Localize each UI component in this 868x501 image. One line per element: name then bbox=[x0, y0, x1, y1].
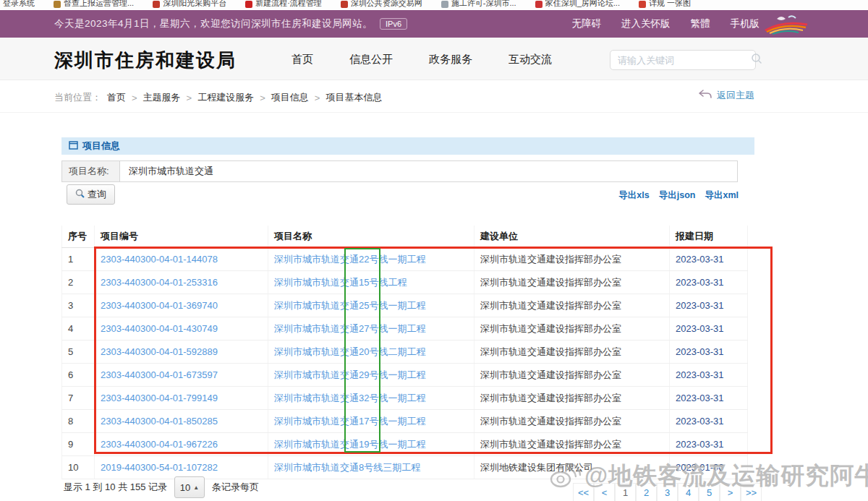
breadcrumb-item[interactable]: 项目信息 bbox=[271, 91, 309, 104]
bookmark-item[interactable]: 详规 一张图 bbox=[639, 0, 691, 9]
back-to-topic-link[interactable]: 返回主题 bbox=[698, 89, 754, 102]
table-row: 32303-440300-04-01-369740深圳市城市轨道交通25号线一期… bbox=[62, 294, 748, 317]
project-name-link[interactable]: 深圳市城市轨道交通19号线一期工程 bbox=[268, 433, 475, 456]
bookmark-item[interactable]: 督查上报运营管理... bbox=[54, 0, 134, 9]
row-seq: 3 bbox=[62, 294, 95, 317]
bookmark-item[interactable]: 新建流程·流程管理 bbox=[245, 0, 322, 9]
page-size-value: 10 bbox=[180, 482, 190, 493]
row-seq: 4 bbox=[62, 317, 95, 341]
main-nav: 首页信息公开政务服务互动交流 bbox=[292, 53, 552, 67]
bookmark-favicon-icon bbox=[341, 1, 348, 8]
export-links: 导出xls导出json导出xml bbox=[618, 189, 739, 202]
site-search-box[interactable] bbox=[610, 50, 756, 70]
page-button[interactable]: >> bbox=[741, 483, 762, 501]
project-name-link[interactable]: 深圳市城市轨道交通8号线三期工程 bbox=[268, 456, 475, 479]
table-row: 12303-440300-04-01-144078深圳市城市轨道交通22号线一期… bbox=[62, 248, 748, 271]
project-code-link[interactable]: 2303-440300-04-01-144078 bbox=[95, 248, 268, 271]
bookmark-item[interactable]: 登录系统 bbox=[3, 0, 35, 9]
project-name-link[interactable]: 深圳市城市轨道交通32号线一期工程 bbox=[268, 387, 475, 410]
bookmark-item[interactable]: 施工许可-深圳市... bbox=[441, 0, 516, 9]
table-header-cell: 序号 bbox=[62, 226, 95, 248]
breadcrumb: 当前位置： 首页>主题服务>工程建设服务>项目信息>项目基本信息 bbox=[54, 91, 382, 104]
row-seq: 7 bbox=[62, 387, 95, 410]
breadcrumb-separator: > bbox=[315, 93, 320, 103]
search-icon[interactable] bbox=[751, 53, 762, 67]
row-seq: 2 bbox=[62, 271, 95, 294]
row-seq: 9 bbox=[62, 433, 95, 456]
page-button[interactable]: 5 bbox=[699, 483, 720, 501]
nav-item[interactable]: 政务服务 bbox=[429, 53, 472, 67]
table-footer: 显示 1 到 10 共 155 记录 10 ▲ 条记录每页 bbox=[64, 476, 259, 499]
table-row: 42303-440300-04-01-430749深圳市城市轨道交通27号线一期… bbox=[62, 317, 748, 341]
banner-link-进入关怀版[interactable]: 进入关怀版 bbox=[621, 17, 671, 30]
panel-header: 项目信息 bbox=[61, 137, 754, 155]
row-seq: 6 bbox=[62, 364, 95, 387]
project-code-link[interactable]: 2303-440300-04-01-430749 bbox=[95, 317, 268, 341]
project-name-link[interactable]: 深圳市城市轨道交通17号线一期工程 bbox=[268, 410, 475, 433]
project-code-link[interactable]: 2303-440300-04-01-369740 bbox=[95, 294, 268, 317]
project-date: 2023-01-06 bbox=[670, 456, 748, 479]
query-button-label: 查询 bbox=[88, 188, 106, 201]
bookmark-favicon-icon bbox=[153, 1, 160, 8]
page-button[interactable]: > bbox=[720, 483, 741, 501]
breadcrumb-label: 当前位置： bbox=[54, 91, 101, 104]
page-button[interactable]: 2 bbox=[636, 483, 657, 501]
search-input[interactable] bbox=[610, 55, 751, 66]
export-link[interactable]: 导出xml bbox=[705, 189, 739, 202]
page-button[interactable]: 4 bbox=[678, 483, 699, 501]
table-header-cell: 项目名称 bbox=[268, 226, 475, 248]
project-code-link[interactable]: 2303-440300-04-01-799149 bbox=[95, 387, 268, 410]
bookmark-label: 深圳阳光采购平台 bbox=[163, 0, 226, 9]
table-row: 72303-440300-04-01-799149深圳市城市轨道交通32号线一期… bbox=[62, 387, 748, 410]
nav-item[interactable]: 互动交流 bbox=[509, 53, 552, 67]
project-name-link[interactable]: 深圳市城市轨道交通27号线一期工程 bbox=[268, 317, 475, 341]
project-org: 深圳市轨道交通建设指挥部办公室 bbox=[475, 364, 670, 387]
project-name-link[interactable]: 深圳市城市轨道交通29号线一期工程 bbox=[268, 364, 475, 387]
project-code-link[interactable]: 2303-440300-04-01-967226 bbox=[95, 433, 268, 456]
page-size-select[interactable]: 10 ▲ bbox=[174, 476, 205, 498]
page-button[interactable]: < bbox=[594, 483, 615, 501]
records-summary: 显示 1 到 10 共 155 记录 bbox=[64, 481, 167, 494]
per-page-suffix: 条记录每页 bbox=[212, 481, 259, 494]
bookmark-item[interactable]: 深圳公共资源交易网 bbox=[341, 0, 422, 9]
bookmark-item[interactable]: 家住深圳_房网论坛... bbox=[535, 0, 620, 9]
query-button[interactable]: 查询 bbox=[67, 184, 115, 205]
project-name-input[interactable] bbox=[120, 161, 737, 181]
bookmark-favicon-icon bbox=[535, 1, 542, 8]
page-button[interactable]: << bbox=[573, 483, 594, 501]
ipv6-badge: IPv6 bbox=[380, 18, 407, 30]
project-code-link[interactable]: 2303-440300-04-01-673597 bbox=[95, 364, 268, 387]
project-date: 2023-03-31 bbox=[670, 271, 748, 294]
table-row: 52303-440300-04-01-592889深圳市城市轨道交通20号线二期… bbox=[62, 341, 748, 364]
project-name-link[interactable]: 深圳市城市轨道交通20号线二期工程 bbox=[268, 341, 475, 364]
project-date: 2023-03-31 bbox=[670, 410, 748, 433]
banner-link-繁體[interactable]: 繁體 bbox=[691, 17, 710, 30]
export-link[interactable]: 导出xls bbox=[618, 189, 649, 202]
bookmark-item[interactable]: 深圳阳光采购平台 bbox=[153, 0, 226, 9]
breadcrumb-item[interactable]: 主题服务 bbox=[143, 91, 181, 104]
project-code-link[interactable]: 2303-440300-04-01-850285 bbox=[95, 410, 268, 433]
project-name-link[interactable]: 深圳市城市轨道交通22号线一期工程 bbox=[268, 248, 475, 271]
page-button[interactable]: 3 bbox=[657, 483, 678, 501]
project-date: 2023-03-31 bbox=[670, 433, 748, 456]
project-org: 深圳市轨道交通建设指挥部办公室 bbox=[475, 341, 670, 364]
breadcrumb-item[interactable]: 项目基本信息 bbox=[326, 91, 382, 104]
project-code-link[interactable]: 2303-440300-04-01-592889 bbox=[95, 341, 268, 364]
page-button[interactable]: 1 bbox=[615, 483, 636, 501]
project-name-link[interactable]: 深圳市城市轨道交通15号线工程 bbox=[268, 271, 475, 294]
bookmark-favicon-icon bbox=[54, 1, 61, 8]
site-header: 深圳市住房和建设局 首页信息公开政务服务互动交流 bbox=[0, 38, 868, 80]
nav-item[interactable]: 首页 bbox=[292, 53, 313, 67]
breadcrumb-item[interactable]: 工程建设服务 bbox=[197, 91, 254, 104]
breadcrumb-item[interactable]: 首页 bbox=[107, 91, 126, 104]
export-link[interactable]: 导出json bbox=[659, 189, 696, 202]
banner-link-手机版[interactable]: 手机版 bbox=[731, 17, 760, 30]
project-table: 序号项目编号项目名称建设单位报建日期 12303-440300-04-01-14… bbox=[61, 226, 748, 479]
project-code-link[interactable]: 2303-440300-04-01-253316 bbox=[95, 271, 268, 294]
nav-item[interactable]: 信息公开 bbox=[349, 53, 393, 67]
bookmark-label: 新建流程·流程管理 bbox=[255, 0, 322, 9]
project-name-link[interactable]: 深圳市城市轨道交通25号线一期工程 bbox=[268, 294, 475, 317]
project-org: 深圳市轨道交通建设指挥部办公室 bbox=[475, 317, 670, 341]
bookmark-favicon-icon bbox=[245, 1, 252, 8]
banner-link-无障碍[interactable]: 无障碍 bbox=[572, 17, 602, 30]
